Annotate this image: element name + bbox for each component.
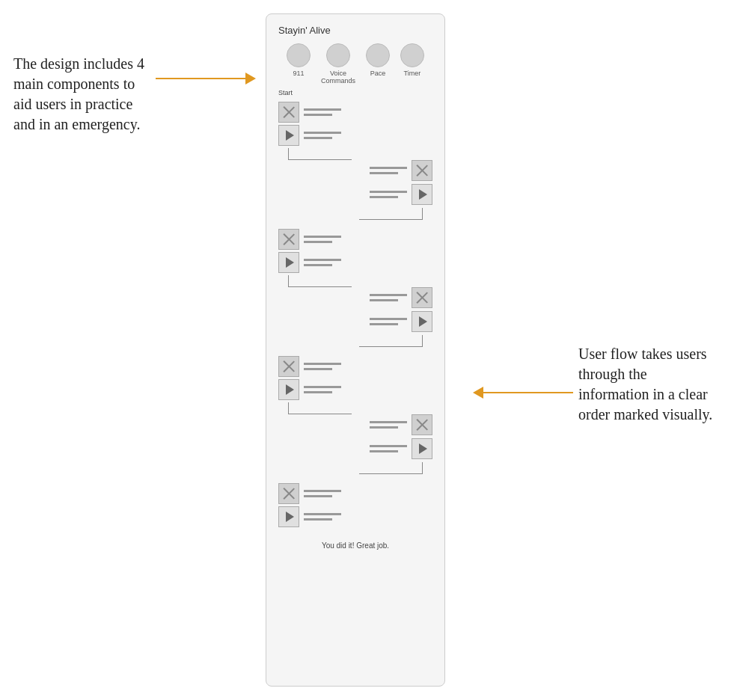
play-placeholder-r2 bbox=[412, 311, 432, 332]
row-right-play-2 bbox=[370, 311, 432, 332]
nav-label-timer: Timer bbox=[404, 70, 421, 77]
fb-left-1 bbox=[278, 102, 432, 148]
arrow-head bbox=[245, 73, 256, 85]
line-rp3 bbox=[370, 445, 407, 447]
lines-4 bbox=[304, 490, 341, 497]
arrow-line-right bbox=[483, 392, 573, 393]
line-rp2 bbox=[370, 318, 407, 320]
lines-rplay-1 bbox=[370, 191, 407, 198]
image-placeholder-4 bbox=[278, 483, 299, 504]
line-bar-2 bbox=[304, 236, 341, 238]
line-bar-p3 bbox=[304, 386, 341, 388]
row-right-lines-1 bbox=[370, 160, 432, 181]
line-rp2-s bbox=[370, 323, 398, 325]
play-placeholder-4 bbox=[278, 506, 299, 527]
lines-2 bbox=[304, 236, 341, 243]
row-play-1 bbox=[278, 125, 432, 146]
phone-body: Stayin' Alive 911 VoiceCommands Pace Tim… bbox=[278, 25, 432, 550]
fb-right-1 bbox=[370, 160, 432, 208]
line-bar-short-p4 bbox=[304, 518, 332, 521]
line-r2 bbox=[370, 294, 407, 296]
row-right-play-1 bbox=[370, 184, 432, 205]
play-placeholder-r1 bbox=[412, 184, 432, 205]
nav-item-pace[interactable]: Pace bbox=[366, 43, 390, 85]
line-r2-s bbox=[370, 299, 398, 301]
image-placeholder-1 bbox=[278, 102, 299, 123]
play-placeholder-r3 bbox=[412, 438, 432, 459]
conn-3 bbox=[288, 402, 352, 414]
conn-2 bbox=[288, 275, 352, 287]
conn-return-3 bbox=[359, 462, 423, 474]
row-play-2 bbox=[278, 252, 432, 273]
arrow-line bbox=[156, 78, 245, 79]
lines-rplay-2 bbox=[370, 318, 407, 325]
row-right-lines-3 bbox=[370, 414, 432, 435]
nav-label-pace: Pace bbox=[370, 70, 386, 77]
lines-1 bbox=[304, 108, 341, 116]
lines-play-4 bbox=[304, 513, 341, 521]
play-placeholder-1 bbox=[278, 125, 299, 146]
arrow-head-left bbox=[473, 387, 483, 399]
row-play-3 bbox=[278, 379, 432, 400]
line-r1 bbox=[370, 167, 407, 169]
nav-circle-911 bbox=[287, 43, 311, 67]
divider-2 bbox=[278, 347, 432, 353]
line-rp1-s bbox=[370, 196, 398, 198]
play-icon-r3 bbox=[419, 443, 427, 454]
flow-block-4 bbox=[278, 483, 432, 529]
image-placeholder-r2 bbox=[412, 287, 432, 308]
row-right-play-3 bbox=[370, 438, 432, 459]
app-title: Stayin' Alive bbox=[278, 25, 432, 36]
play-icon-4 bbox=[286, 512, 294, 522]
image-placeholder-2 bbox=[278, 229, 299, 250]
nav-label-911: 911 bbox=[293, 70, 304, 77]
line-bar-3 bbox=[304, 363, 341, 365]
flow-block-3 bbox=[278, 356, 432, 474]
nav-item-timer[interactable]: Timer bbox=[400, 43, 424, 85]
divider-3 bbox=[278, 474, 432, 480]
line-bar bbox=[304, 108, 341, 111]
line-r3 bbox=[370, 421, 407, 423]
lines-play-3 bbox=[304, 386, 341, 393]
conn-return-1 bbox=[359, 208, 423, 220]
row-img-2 bbox=[278, 229, 432, 250]
line-bar-p1 bbox=[304, 132, 341, 134]
line-bar-short-3 bbox=[304, 368, 332, 370]
play-icon-2 bbox=[286, 257, 294, 268]
line-bar-4 bbox=[304, 490, 341, 492]
lines-3 bbox=[304, 363, 341, 370]
left-annotation: The design includes 4 main components to… bbox=[13, 54, 156, 135]
fb-right-3 bbox=[370, 414, 432, 462]
image-placeholder-3 bbox=[278, 356, 299, 377]
phone-wireframe: Stayin' Alive 911 VoiceCommands Pace Tim… bbox=[266, 13, 445, 687]
line-bar-p4 bbox=[304, 513, 341, 515]
nav-item-voice[interactable]: VoiceCommands bbox=[321, 43, 355, 85]
nav-circle-timer bbox=[400, 43, 424, 67]
fb-left-2 bbox=[278, 229, 432, 275]
line-bar-short-p3 bbox=[304, 391, 332, 393]
line-rp1 bbox=[370, 191, 407, 193]
play-icon-1 bbox=[286, 130, 294, 141]
lines-play-1 bbox=[304, 132, 341, 139]
play-icon-3 bbox=[286, 384, 294, 395]
row-right-lines-2 bbox=[370, 287, 432, 308]
line-bar-short-p1 bbox=[304, 137, 332, 139]
image-placeholder-r1 bbox=[412, 160, 432, 181]
nav-circle-pace bbox=[366, 43, 390, 67]
lines-right-2 bbox=[370, 294, 407, 301]
row-play-4 bbox=[278, 506, 432, 527]
left-arrow bbox=[156, 73, 256, 85]
image-placeholder-r3 bbox=[412, 414, 432, 435]
nav-label-voice: VoiceCommands bbox=[321, 70, 355, 85]
line-r1-s bbox=[370, 172, 398, 174]
row-img-4 bbox=[278, 483, 432, 504]
lines-rplay-3 bbox=[370, 445, 407, 452]
completion-text: You did it! Great job. bbox=[278, 541, 432, 550]
play-icon-r2 bbox=[419, 316, 427, 327]
fb-right-2 bbox=[370, 287, 432, 335]
nav-item-911[interactable]: 911 bbox=[287, 43, 311, 85]
line-bar-short-4 bbox=[304, 495, 332, 497]
start-label: Start bbox=[278, 89, 432, 96]
lines-play-2 bbox=[304, 259, 341, 266]
right-arrow bbox=[473, 387, 573, 399]
